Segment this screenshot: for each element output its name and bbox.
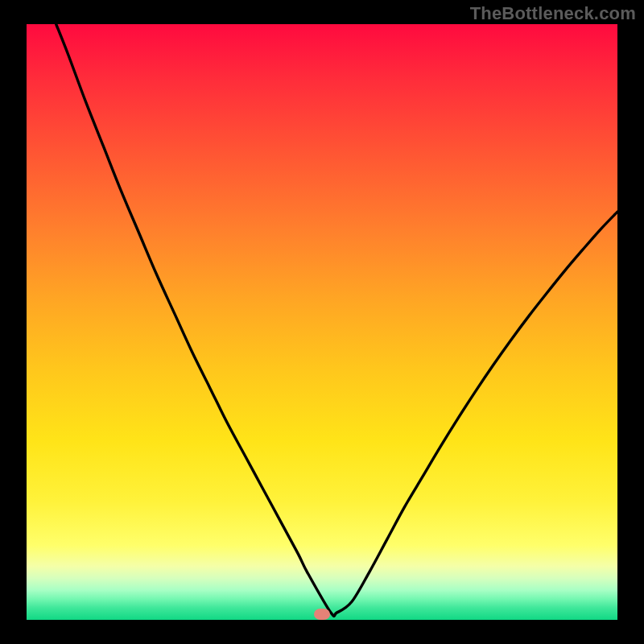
attribution-text: TheBottleneck.com bbox=[470, 3, 636, 24]
plot-area bbox=[27, 24, 617, 620]
chart-frame: TheBottleneck.com bbox=[0, 0, 644, 644]
bottleneck-curve bbox=[27, 24, 617, 620]
optimum-marker bbox=[314, 609, 330, 620]
